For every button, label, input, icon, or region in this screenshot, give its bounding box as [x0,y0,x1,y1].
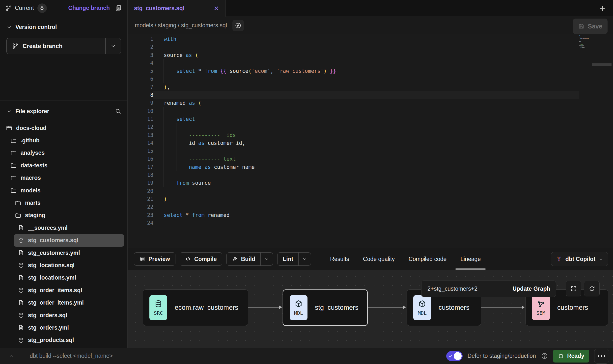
lock-icon [40,6,44,10]
fullscreen-button[interactable] [566,281,581,296]
file-explorer-header[interactable]: File explorer [0,101,127,122]
update-graph-button[interactable]: Update Graph [507,281,556,297]
cube-badge: MDL [290,295,307,320]
code-line-13[interactable]: 13 ---------- ids [128,131,613,139]
code-line-23[interactable]: 23select * from renamed [128,211,613,219]
lint-button[interactable]: Lint [277,252,311,266]
code-line-16[interactable]: 16 ---------- text [128,155,613,163]
new-tab-button[interactable]: + [592,0,613,16]
collapse-command-bar-button[interactable] [0,348,22,364]
copilot-compass-button[interactable] [232,20,244,31]
help-icon[interactable] [541,352,548,360]
preview-button[interactable]: Preview [134,252,175,266]
compile-button[interactable]: Compile [180,252,222,266]
folder-icon [10,137,17,144]
tree-item-label: stg_locations.yml [28,274,76,281]
tree-item-stg-orders-yml[interactable]: stg_orders.yml [0,321,127,334]
code-line-5[interactable]: 5 select * from {{ source('ecom', 'raw_c… [128,67,613,75]
lint-dropdown[interactable] [298,253,311,265]
code-line-22[interactable]: 22 [128,203,613,211]
file-tree: docs-cloud.githubanalysesdata-testsmacro… [0,122,127,348]
tree-item-data-tests[interactable]: data-tests [0,159,127,172]
line-number: 24 [128,219,153,227]
tree-item-macros[interactable]: macros [0,172,127,184]
tree-item-models[interactable]: models [0,184,127,197]
code-line-2[interactable]: 2 [128,43,613,51]
lineage-selector-input[interactable] [421,281,507,297]
save-button[interactable]: Save [573,19,608,34]
tab-compiled-code[interactable]: Compiled code [402,248,453,270]
minimap[interactable] [579,35,607,53]
tab-stg-customers-sql[interactable]: stg_customers.sql ✕ [128,0,226,17]
tree-item-stg-locations-yml[interactable]: stg_locations.yml [0,272,127,284]
code-editor[interactable]: 1with23source as (45 select * from {{ so… [128,34,613,248]
code-line-6[interactable]: 6 [128,75,613,83]
code-line-10[interactable]: 10 [128,107,613,115]
code-text [153,43,613,51]
defer-toggle[interactable] [446,351,463,361]
tree-item-stg-orders-sql[interactable]: stg_orders.sql [0,309,127,321]
command-input[interactable] [22,348,446,364]
build-button[interactable]: Build [226,252,273,266]
tree-item-analyses[interactable]: analyses [0,147,127,159]
search-icon[interactable] [115,108,121,115]
change-branch-link[interactable]: Change branch [68,5,110,11]
code-line-8[interactable]: 8 [128,91,613,99]
tab-results[interactable]: Results [323,248,356,270]
code-line-17[interactable]: 17 name as customer_name [128,163,613,171]
create-branch-label: Create branch [23,43,62,50]
tree-item-label: __sources.yml [28,225,68,231]
code-line-3[interactable]: 3source as ( [128,51,613,59]
tree-item-stg-locations-sql[interactable]: stg_locations.sql [0,259,127,271]
code-line-12[interactable]: 12 [128,123,613,131]
tree-item-marts[interactable]: marts [0,197,127,209]
code-line-21[interactable]: 21) [128,195,613,203]
code-line-9[interactable]: 9renamed as ( [128,99,613,107]
code-line-14[interactable]: 14 id as customer_id, [128,139,613,147]
create-branch-dropdown[interactable] [105,38,121,54]
tab-code-quality[interactable]: Code quality [356,248,402,270]
lineage-panel[interactable]: SRCecom.raw_customersMDLstg_customersMDL… [128,270,613,348]
code-line-4[interactable]: 4 [128,59,613,67]
code-text [153,59,613,67]
tree-item-stg-order-items-sql[interactable]: stg_order_items.sql [0,284,127,296]
tree-item--sources-yml[interactable]: __sources.yml [0,222,127,234]
ready-label: Ready [567,353,584,359]
code-line-1[interactable]: 1with [128,35,613,43]
copy-icon[interactable] [115,4,122,12]
more-options-button[interactable] [594,349,609,364]
lineage-edge [248,307,281,308]
sidebar: Current Change branch Version control Cr… [0,0,128,348]
create-branch-main[interactable]: Create branch [7,38,105,54]
tree-item-stg-customers-sql[interactable]: stg_customers.sql [14,234,124,247]
tree-item-stg-products-sql[interactable]: stg_products.sql [0,334,127,346]
minimap-scrollbar[interactable] [592,63,612,66]
tab-lineage[interactable]: Lineage [453,248,488,270]
create-branch-button[interactable]: Create branch [6,38,121,54]
tree-item-docs-cloud[interactable]: docs-cloud [0,122,127,134]
close-tab-icon[interactable]: ✕ [214,5,219,12]
code-line-7[interactable]: 7), [128,83,613,91]
tree-item-stg-customers-yml[interactable]: stg_customers.yml [0,247,127,259]
lineage-node-mdl-stg-customers[interactable]: MDLstg_customers [283,289,368,326]
folder-open-icon [10,187,17,194]
build-dropdown[interactable] [260,253,273,265]
file-model-icon [18,262,24,268]
tree-item-staging[interactable]: staging [0,209,127,222]
code-line-11[interactable]: 11 select [128,115,613,123]
version-control-header[interactable]: Version control [6,24,121,30]
dbt-copilot-button[interactable]: dbt Copilot [551,252,608,266]
code-line-19[interactable]: 19 from source [128,179,613,187]
code-line-24[interactable]: 24 [128,219,613,227]
tree-item--github[interactable]: .github [0,134,127,147]
refresh-button[interactable] [584,281,600,296]
line-number: 5 [128,67,153,75]
code-line-15[interactable]: 15 [128,147,613,155]
lineage-node-src-ecom-raw-customers[interactable]: SRCecom.raw_customers [143,289,248,326]
ide-status-button[interactable]: Ready [553,350,589,363]
code-text: name as customer_name [153,163,613,171]
code-line-20[interactable]: 20 [128,187,613,195]
current-branch-label: Current [15,5,34,11]
tree-item-stg-order-items-yml[interactable]: stg_order_items.yml [0,296,127,309]
code-line-18[interactable]: 18 [128,171,613,179]
